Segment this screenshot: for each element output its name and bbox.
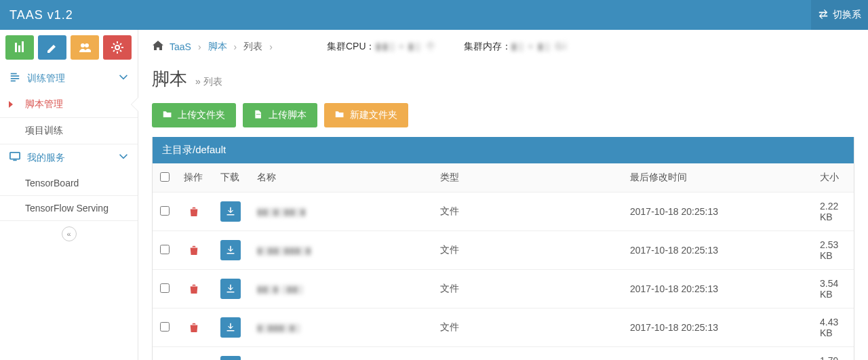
quick-settings-button[interactable] <box>103 35 132 60</box>
table-row: ▮▮▯▮▯▮▮▯▮文件2017-10-18 20:25:132.22 KB <box>153 193 854 231</box>
mem-value: ▮▯ ▪ ▮▯ Gi <box>511 41 568 52</box>
crumb-scripts[interactable]: 脚本 <box>208 41 227 53</box>
table-row: ▮▯▮▮▯▮▮▮▯▮文件2017-10-18 20:25:132.53 KB <box>153 231 854 270</box>
file-time: 2017-10-18 20:25:13 <box>623 270 813 308</box>
cpu-value: ▮▮▯ ▪ ▮▯ 个 <box>376 41 437 52</box>
file-name[interactable]: ▮▯▮▮▮▯▮▯ <box>257 322 300 333</box>
page-title: 脚本 » 列表 <box>138 63 868 103</box>
file-type: 文件 <box>433 231 623 270</box>
file-size: 4.43 KB <box>813 308 854 347</box>
menu-header-training-label: 训练管理 <box>27 73 65 85</box>
file-time: 2017-10-18 20:25:13 <box>623 231 813 270</box>
download-button[interactable] <box>220 279 241 299</box>
brand-title: TAAS v1.2 <box>9 8 73 22</box>
menu-header-services[interactable]: 我的服务 <box>0 144 138 171</box>
delete-button[interactable] <box>184 240 204 260</box>
file-type: 文件 <box>433 193 623 231</box>
new-folder-button[interactable]: 新建文件夹 <box>324 103 408 127</box>
delete-button[interactable] <box>184 279 204 299</box>
col-size: 大小 <box>813 163 854 193</box>
file-type: 文件 <box>433 347 623 361</box>
download-button[interactable] <box>220 201 241 222</box>
select-all-checkbox[interactable] <box>160 172 170 182</box>
file-size: 3.54 KB <box>813 270 854 308</box>
file-time: 2017-10-18 20:25:13 <box>623 308 813 347</box>
edit-icon <box>9 72 20 85</box>
action-buttons: 上传文件夹 上传脚本 新建文件夹 <box>138 103 868 137</box>
sidebar-item-project-training[interactable]: 项目训练 <box>0 118 138 144</box>
file-size: 2.53 KB <box>813 231 854 270</box>
row-checkbox[interactable] <box>160 322 170 332</box>
folder-icon <box>335 110 344 121</box>
download-button[interactable] <box>220 240 241 260</box>
table-row: ▮▯▮▮▮▯▮▯文件2017-10-18 20:25:134.43 KB <box>153 308 854 347</box>
file-type: 文件 <box>433 308 623 347</box>
swap-icon <box>818 9 829 22</box>
sidebar-collapse[interactable]: « <box>0 221 138 247</box>
col-type: 类型 <box>433 163 623 193</box>
crumb-list: 列表 <box>243 41 262 53</box>
sidebar-item-scripts[interactable]: 脚本管理 <box>0 92 138 117</box>
row-checkbox[interactable] <box>160 206 170 216</box>
table-path-header: 主目录/default <box>153 137 854 163</box>
monitor-icon <box>9 151 20 164</box>
quick-users-button[interactable] <box>71 35 99 60</box>
upload-script-button[interactable]: 上传脚本 <box>243 103 317 127</box>
mem-label: 集群内存： <box>464 41 511 52</box>
sidebar-item-tensorboard[interactable]: TensorBoard <box>0 171 138 195</box>
download-button[interactable] <box>220 356 241 360</box>
delete-button[interactable] <box>184 317 204 338</box>
page-heading: 脚本 <box>152 67 187 91</box>
col-time: 最后修改时间 <box>623 163 813 193</box>
file-size: 2.22 KB <box>813 193 854 231</box>
row-checkbox[interactable] <box>160 283 170 293</box>
content: TaaS › 脚本 › 列表 › 集群CPU：▮▮▯ ▪ ▮▯ 个 集群内存：▮… <box>138 30 868 360</box>
page-sub: » 列表 <box>195 76 222 88</box>
sidebar-quick-buttons <box>0 30 138 65</box>
folder-icon <box>163 110 172 121</box>
breadcrumb: TaaS › 脚本 › 列表 › 集群CPU：▮▮▯ ▪ ▮▯ 个 集群内存：▮… <box>138 30 868 63</box>
menu-header-services-label: 我的服务 <box>27 152 65 164</box>
crumb-root[interactable]: TaaS <box>170 41 191 52</box>
sidebar-item-tfserving[interactable]: TensorFlow Serving <box>0 196 138 220</box>
cluster-stats: 集群CPU：▮▮▯ ▪ ▮▯ 个 集群内存：▮▯ ▪ ▮▯ Gi <box>327 41 568 53</box>
delete-button[interactable] <box>184 356 204 360</box>
file-type: 文件 <box>433 270 623 308</box>
file-name[interactable]: ▮▮▯▮▯▮▮▯▮ <box>257 206 306 217</box>
row-checkbox[interactable] <box>160 245 170 254</box>
switch-system-button[interactable]: 切换系 <box>811 0 868 30</box>
table-row: run.sh文件2017-10-18 21:15:551.79 KB <box>153 347 854 361</box>
file-table: 操作 下载 名称 类型 最后修改时间 大小 ▮▮▯▮▯▮▮▯▮文件2017-10… <box>153 163 854 360</box>
sidebar: 训练管理 脚本管理 项目训练 我的服务 TensorBoard TensorFl… <box>0 30 138 360</box>
quick-edit-button[interactable] <box>38 35 66 60</box>
download-button[interactable] <box>220 317 241 338</box>
col-op: 操作 <box>177 163 214 193</box>
file-name[interactable]: ▮▮▯▮ ▯▮▮▯ <box>257 283 303 294</box>
col-dl: 下载 <box>214 163 250 193</box>
home-icon <box>152 39 164 54</box>
quick-stats-button[interactable] <box>5 35 34 60</box>
upload-folder-button[interactable]: 上传文件夹 <box>152 103 236 127</box>
chevron-down-icon <box>119 152 128 163</box>
file-table-card: 主目录/default 操作 下载 名称 类型 最后修改时间 大小 ▮▮▯▮▯▮… <box>152 137 854 360</box>
table-row: ▮▮▯▮ ▯▮▮▯文件2017-10-18 20:25:133.54 KB <box>153 270 854 308</box>
delete-button[interactable] <box>184 201 204 222</box>
chevron-down-icon <box>119 73 128 84</box>
menu-header-training[interactable]: 训练管理 <box>0 65 138 92</box>
switch-label: 切换系 <box>833 9 861 21</box>
topbar: TAAS v1.2 切换系 <box>0 0 868 30</box>
file-time: 2017-10-18 21:15:55 <box>623 347 813 361</box>
file-size: 1.79 KB <box>813 347 854 361</box>
file-time: 2017-10-18 20:25:13 <box>623 193 813 231</box>
cpu-label: 集群CPU： <box>327 41 376 52</box>
col-name: 名称 <box>250 163 433 193</box>
file-icon <box>254 110 263 121</box>
file-name[interactable]: ▮▯▮▮▯▮▮▮▯▮ <box>257 245 311 256</box>
